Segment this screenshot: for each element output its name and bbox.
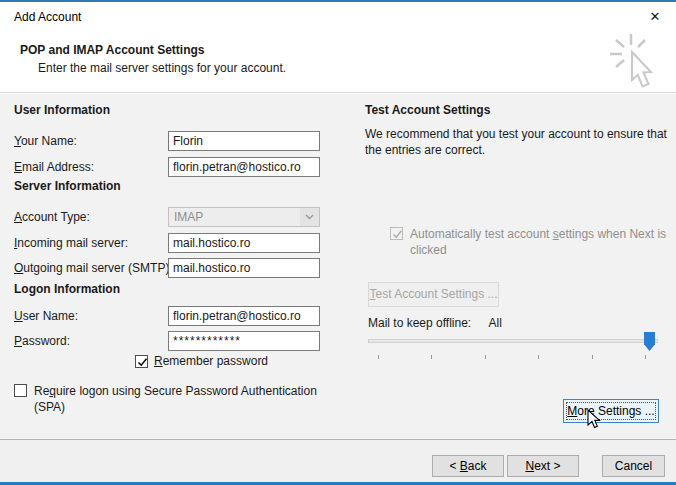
password-input[interactable] [168, 331, 320, 351]
cancel-button[interactable]: Cancel [602, 455, 665, 477]
checkmark-icon [391, 228, 404, 241]
titlebar: Add Account ✕ [0, 2, 676, 32]
outgoing-server-label: Outgoing mail server (SMTP): [14, 261, 173, 275]
your-name-label: Your Name: [14, 134, 77, 148]
chevron-down-icon [300, 208, 319, 226]
offline-slider-track[interactable] [368, 339, 658, 343]
footer: < Back Next > Cancel [0, 440, 676, 484]
user-name-label: User Name: [14, 309, 78, 323]
slider-tick [378, 355, 379, 359]
add-account-dialog: Add Account ✕ POP and IMAP Account Setti… [0, 0, 676, 485]
offline-slider-thumb[interactable] [644, 332, 655, 351]
email-address-label: Email Address: [14, 160, 94, 174]
section-test-account-settings: Test Account Settings [365, 103, 490, 117]
test-account-settings-button: Test Account Settings ... [368, 282, 499, 307]
auto-test-checkbox [390, 227, 403, 240]
test-description: We recommend that you test your account … [365, 126, 667, 158]
section-logon-information: Logon Information [14, 282, 120, 296]
slider-tick [431, 355, 432, 359]
wizard-header: POP and IMAP Account Settings Enter the … [0, 32, 676, 93]
slider-tick [538, 355, 539, 359]
section-user-information: User Information [14, 103, 110, 117]
slider-tick [645, 355, 646, 359]
more-settings-button[interactable]: More Settings ... [563, 399, 659, 423]
back-button[interactable]: < Back [432, 455, 504, 477]
page-subtitle: Enter the mail server settings for your … [38, 61, 286, 75]
incoming-server-input[interactable] [168, 233, 320, 253]
account-type-label: Account Type: [14, 210, 90, 224]
remember-password-label: Remember password [154, 354, 268, 368]
remember-password-checkbox[interactable] [135, 355, 148, 368]
auto-test-label: Automatically test account settings when… [410, 226, 668, 258]
user-name-input[interactable] [168, 306, 320, 326]
incoming-server-label: Incoming mail server: [14, 236, 128, 250]
slider-tick [485, 355, 486, 359]
your-name-input[interactable] [168, 131, 320, 151]
spa-checkbox[interactable] [14, 384, 27, 397]
checkmark-icon [136, 356, 149, 369]
password-label: Password: [14, 334, 70, 348]
next-button[interactable]: Next > [507, 455, 579, 477]
window-title: Add Account [14, 10, 81, 24]
outgoing-server-input[interactable] [168, 258, 320, 278]
close-icon[interactable]: ✕ [644, 7, 666, 27]
mail-offline-value: All [489, 316, 502, 330]
click-sparkle-icon [604, 32, 668, 92]
page-title: POP and IMAP Account Settings [20, 43, 204, 57]
email-address-input[interactable] [168, 157, 320, 177]
account-type-select: IMAP [168, 207, 320, 227]
account-type-value: IMAP [169, 210, 300, 224]
slider-tick [592, 355, 593, 359]
mail-offline-label: Mail to keep offline: All [368, 316, 502, 330]
body: User Information Your Name: Email Addres… [0, 94, 676, 439]
section-server-information: Server Information [14, 179, 121, 193]
spa-label: Require logon using Secure Password Auth… [34, 383, 334, 415]
